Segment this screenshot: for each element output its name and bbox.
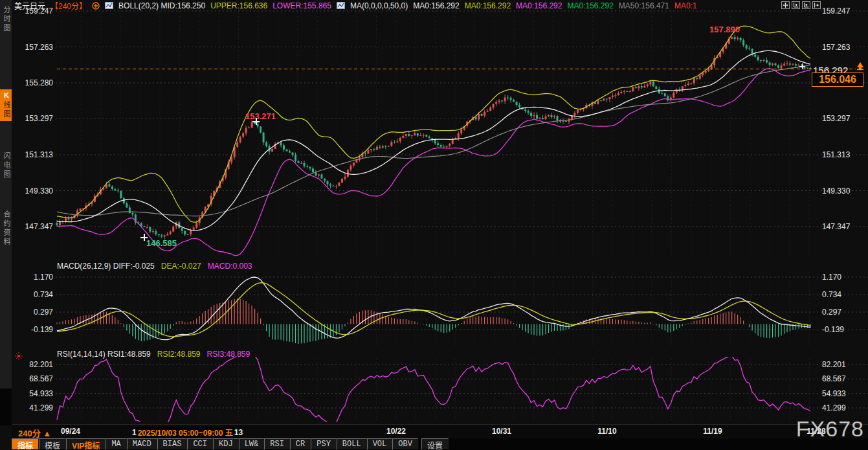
macd-diff-value: DIFF:-0.025 (113, 262, 155, 271)
tab-MA[interactable]: MA (106, 438, 126, 450)
boll-lower-value: LOWER:155.865 (273, 1, 331, 10)
axis-label: 41.299 (8, 403, 53, 412)
axis-label: 149.330 (822, 186, 867, 196)
axis-label: 155.280 (8, 78, 53, 87)
tab-VIP指标[interactable]: VIP指标 (66, 438, 106, 450)
axis-label: 147.347 (822, 222, 867, 231)
rsi-title: RSI(14,14,14) (57, 350, 106, 359)
axis-label: -0.139 (822, 325, 867, 334)
expand-axis-icon[interactable] (802, 1, 810, 9)
axis-label: 157.263 (8, 43, 53, 52)
axis-label: 82.201 (822, 360, 867, 369)
axis-label: 1.170 (8, 273, 53, 282)
chart-tool-icons (781, 1, 821, 9)
axis-label: 149.330 (8, 186, 53, 196)
low-price-annotation: 146.585 (146, 238, 177, 248)
pan-tool-icon[interactable] (781, 1, 790, 9)
last-price-label: 156.046 (812, 73, 863, 87)
ma-value-1: MA0:156.292 (465, 1, 511, 10)
tab-指标[interactable]: 指标 (12, 438, 39, 450)
rsi1-value: RSI1:48.859 (107, 350, 151, 359)
period-label: 【240分】 (50, 0, 87, 11)
axis-label: 0.297 (822, 308, 867, 317)
axis-label: -0.139 (8, 325, 53, 334)
axis-label: 157.263 (822, 43, 867, 52)
crosshair-date: 1 2025/10/03 05:00~09:00 五 13 (132, 427, 243, 438)
tab-OBV[interactable]: OBV (392, 438, 418, 450)
axis-label: 153.297 (822, 114, 867, 123)
tab-模板[interactable]: 模板 (39, 438, 66, 450)
ma-value-0: MA0:156.292 (413, 1, 459, 10)
rsi3-value: RSI3:48.859 (207, 350, 250, 359)
sidebar: 分时图K线图闪电图合约资料 (0, 0, 12, 425)
sidebar-item-1[interactable]: 分时图 (0, 4, 12, 35)
tab-PSY[interactable]: PSY (311, 438, 337, 450)
time-axis: 240分 ▲ 1 2025/10/03 05:00~09:00 五 13 09/… (12, 424, 868, 438)
sidebar-footer (0, 388, 12, 425)
boll-chart-icon (105, 2, 113, 9)
exit-view-icon[interactable] (812, 1, 821, 9)
ma-value-5: MA0:1 (674, 1, 697, 10)
x-axis-label: 10/31 (492, 427, 511, 436)
tab-CR[interactable]: CR (290, 438, 311, 450)
marker-cross-icon (252, 118, 260, 125)
crosshair-date-tooltip: 2025/10/03 05:00~09:00 五 (137, 427, 234, 438)
axis-label: 68.567 (8, 374, 53, 383)
indicator-tabbar: 指标模板VIP指标MAMACDBIASCCIKDJLW&RSICRPSYBOLL… (12, 438, 868, 450)
tab-MACD[interactable]: MACD (127, 438, 157, 450)
tab-LW&[interactable]: LW& (239, 438, 265, 450)
x-axis-label: 09/24 (61, 427, 80, 436)
tab-BIAS[interactable]: BIAS (157, 438, 188, 450)
ma-value-4: MA50:156.471 (619, 1, 669, 10)
price-flag-icon[interactable] (854, 60, 866, 72)
rsi2-value: RSI2:48.859 (157, 350, 201, 359)
tab-设置[interactable]: 设置 (421, 438, 449, 450)
axis-label: 54.933 (8, 389, 53, 398)
axis-label: 147.347 (8, 222, 53, 231)
ma-chart-icon (337, 2, 345, 9)
axis-label: 151.313 (8, 150, 53, 159)
period-selector[interactable]: 240分 ▲ (18, 427, 51, 439)
sidebar-item-4[interactable]: 合约资料 (0, 208, 12, 249)
ma-params: MA(0,0,0,0,50,0) (350, 1, 408, 10)
swing-high-annotation: 153.271 (245, 111, 276, 121)
ma-value-2: MA0:156.292 (516, 1, 562, 10)
tab-VOL[interactable]: VOL (367, 438, 393, 450)
axis-label: 0.734 (822, 290, 867, 299)
price-chart-canvas[interactable] (0, 0, 868, 450)
live-dot-icon (14, 352, 23, 361)
chart-header: 美元日元 【240分】 BOLL(20,2) MID:156.250 UPPER… (14, 0, 778, 11)
boll-upper-value: UPPER:156.636 (210, 1, 267, 10)
axis-label: 68.567 (822, 374, 867, 383)
boll-mid-value: BOLL(20,2) MID:156.250 (118, 1, 205, 10)
current-bar-cross-icon (799, 63, 805, 69)
high-price-annotation: 157.890 (709, 25, 740, 34)
macd-value: MACD:0.003 (208, 262, 252, 271)
axis-label: 159.247 (822, 6, 867, 16)
ghost-price-label: 156.292 (813, 65, 848, 73)
watermark-logo: FX678 (796, 416, 864, 442)
sidebar-item-2[interactable]: K线图 (0, 89, 12, 121)
macd-title: MACD(26,12,9) (57, 262, 111, 271)
tab-KDJ[interactable]: KDJ (213, 438, 239, 450)
x-axis-label: 11/10 (597, 427, 616, 436)
marker-cross-icon (140, 234, 148, 241)
macd-dea-value: DEA:-0.027 (161, 262, 201, 271)
add-indicator-icon[interactable] (92, 2, 100, 10)
compress-axis-icon[interactable] (792, 1, 800, 9)
ma-values: MA0:156.292MA0:156.292MA0:156.292MA0:156… (413, 1, 696, 10)
axis-label: 41.299 (822, 403, 867, 412)
rsi-pane-header: RSI(14,14,14) RSI1:48.859 RSI2:48.859 RS… (57, 350, 250, 359)
ma-value-3: MA0:156.292 (567, 1, 613, 10)
axis-label: 0.297 (8, 308, 53, 317)
axis-label: 0.734 (8, 290, 53, 299)
macd-pane-header: MACD(26,12,9) DIFF:-0.025 DEA:-0.027 MAC… (57, 262, 252, 271)
tab-BOLL[interactable]: BOLL (337, 438, 367, 450)
axis-label: 151.313 (822, 150, 867, 159)
axis-label: 1.170 (822, 273, 867, 282)
x-axis-label: 11/19 (703, 427, 722, 436)
sidebar-item-3[interactable]: 闪电图 (0, 150, 12, 181)
tab-CCI[interactable]: CCI (187, 438, 213, 450)
chart-window: 分时图K线图闪电图合约资料 美元日元 【240分】 BOLL(20,2) MID… (0, 0, 868, 450)
tab-RSI[interactable]: RSI (264, 438, 290, 450)
